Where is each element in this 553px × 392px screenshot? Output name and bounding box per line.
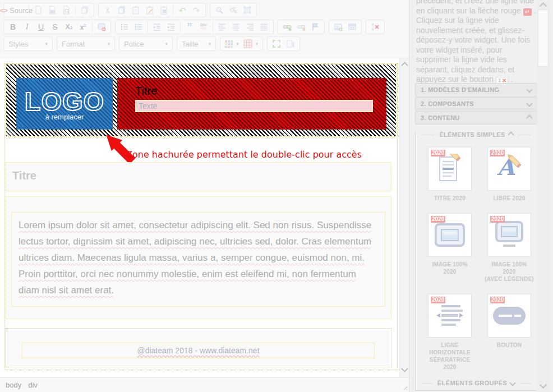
paste-icon[interactable] [129, 4, 142, 16]
editing-canvas[interactable]: LOGO à remplacer Titre Zone hachurée per… [0, 58, 409, 377]
page-scrollbar[interactable] [537, 0, 550, 392]
anchor-icon[interactable] [308, 21, 322, 33]
maximize-icon[interactable] [270, 38, 283, 50]
outdent-icon[interactable] [150, 21, 164, 33]
paste-from-word-icon[interactable] [157, 4, 170, 16]
resize-grip[interactable] [401, 384, 407, 390]
widget-bouton[interactable]: 2020 BOUTON [480, 294, 539, 371]
align-right-icon[interactable] [243, 21, 257, 33]
scrollbar-thumb[interactable] [538, 10, 549, 67]
elements-groupes-toggle[interactable]: ÉLÉMENTS GROUPÉS [421, 380, 531, 386]
paste-plain-text-icon[interactable] [143, 4, 156, 16]
toolbar-row-2: B I U S X2 x2 ” DIV</> [3, 20, 405, 34]
badge-2020: 2020 [490, 216, 505, 223]
find-icon[interactable] [213, 4, 226, 16]
scroll-up-icon[interactable] [540, 2, 547, 10]
format-dropdown[interactable]: Format▾ [57, 36, 115, 51]
widget-image-100-2020[interactable]: 2020 IMAGE 100% 2020 [420, 213, 480, 283]
path-body[interactable]: body [6, 381, 21, 389]
unlink-icon[interactable] [294, 21, 308, 33]
chevron-down-icon [526, 86, 532, 93]
new-page-icon[interactable] [31, 4, 45, 16]
accordion-contenu[interactable]: 3. CONTENU [415, 111, 537, 124]
cut-icon[interactable]: ✂ [101, 4, 114, 16]
chevron-down-icon: ▾ [236, 41, 239, 47]
scroll-down-icon[interactable] [401, 365, 408, 372]
widget-libre-2020[interactable]: 2020 A LIBRE 2020 [480, 147, 539, 202]
source-button[interactable]: <> Source [6, 4, 26, 16]
bulleted-list-icon[interactable] [132, 21, 145, 33]
content-heading: Titre [6, 163, 391, 182]
table-color-icon[interactable]: ▾ [241, 38, 260, 50]
chevron-up-icon [508, 131, 514, 137]
lorem-paragraph[interactable]: Lorem ipsum dolor sit amet, consectetur … [11, 212, 385, 307]
email-template: LOGO à remplacer Titre Zone hachurée per… [4, 63, 398, 370]
align-center-icon[interactable] [229, 21, 243, 33]
chevron-down-icon: ▾ [107, 41, 110, 47]
taille-dropdown[interactable]: Taille▾ [177, 36, 216, 51]
canvas-scrollbar[interactable] [399, 58, 409, 377]
bold-icon[interactable]: B [6, 21, 20, 33]
widget-titre-2020[interactable]: 2020 TITRE 2020 [420, 147, 480, 202]
footer-content-block[interactable]: @diateam 2018 - www.diateam.net [5, 328, 391, 367]
subscript-icon[interactable]: X2 [62, 21, 76, 33]
paragraph-group: ” DIV</> [115, 20, 274, 34]
banner-title-block[interactable]: Titre [117, 78, 386, 130]
widget-ligne-separatrice-2020[interactable]: 2020 [420, 294, 480, 371]
remove-empty-line-icon[interactable] [368, 21, 382, 33]
hatched-header-widget[interactable]: LOGO à remplacer Titre [5, 63, 397, 137]
path-div[interactable]: div [28, 381, 38, 389]
italic-icon[interactable]: I [20, 21, 34, 33]
widget-image-100-legende-2020[interactable]: 2020 IMAGE 100% 2020 (AVEC LÉGENDE) [480, 213, 539, 283]
strikethrough-icon[interactable]: S [48, 21, 62, 33]
preview-icon[interactable] [59, 4, 73, 16]
link-icon[interactable] [280, 21, 294, 33]
scroll-up-icon[interactable] [401, 62, 408, 69]
badge-2020: 2020 [431, 297, 445, 303]
accordion-composants[interactable]: 2. COMPOSANTS [415, 97, 537, 110]
clipboard-group: ✂ ↶ ↷ [98, 3, 206, 17]
insert-group [329, 20, 362, 34]
print-icon[interactable] [78, 4, 91, 16]
badge-2020: 2020 [431, 216, 445, 223]
remove-format-icon[interactable] [95, 21, 108, 33]
undo-icon[interactable]: ↶ [176, 4, 189, 16]
title-content-block[interactable]: Titre [5, 162, 391, 191]
toolbar-row-3: Styles▾ Format▾ Police▾ Taille▾ ▾ ▾ [3, 36, 405, 51]
select-all-icon[interactable] [241, 4, 254, 16]
document-group: <> Source [3, 3, 94, 17]
div-container-icon[interactable]: DIV</> [197, 21, 210, 33]
styles-dropdown[interactable]: Styles▾ [3, 36, 53, 51]
blockquote-icon[interactable]: ” [183, 21, 196, 33]
templates-icon[interactable] [45, 4, 59, 16]
source-icon: <> [0, 6, 7, 15]
indent-icon[interactable] [164, 21, 178, 33]
police-dropdown[interactable]: Police▾ [119, 36, 173, 51]
accordion-modeles-emailing[interactable]: 1. MODÈLES D'EMAILING [415, 83, 537, 96]
justify-icon[interactable] [257, 21, 271, 33]
svg-text:LOGO: LOGO [25, 87, 104, 116]
image-icon[interactable] [331, 21, 345, 33]
underline-icon[interactable]: U [34, 21, 48, 33]
sidebar-help-text: précédent, et créez une ligne vide en cl… [416, 0, 537, 85]
chevron-up-icon [526, 114, 532, 121]
email-editor-app: <> Source ✂ ↶ ↷ [0, 0, 553, 392]
text-color-icon[interactable]: ▾ [223, 38, 241, 50]
banner-text-field[interactable] [135, 100, 373, 112]
scroll-down-icon[interactable] [540, 381, 547, 389]
paragraph-content-block[interactable]: Lorem ipsum dolor sit amet, consectetur … [5, 196, 391, 319]
pill-button-icon [492, 305, 527, 327]
show-blocks-icon[interactable] [284, 38, 297, 50]
elements-simples-toggle[interactable]: ÉLÉMENTS SIMPLES [421, 131, 531, 138]
widgets-sidebar: précédent, et créez une ligne vide en cl… [409, 0, 553, 392]
superscript-icon[interactable]: x2 [76, 21, 90, 33]
copy-icon[interactable] [115, 4, 128, 16]
table-icon[interactable] [345, 21, 359, 33]
replace-icon[interactable]: b [227, 4, 240, 16]
align-left-icon[interactable] [215, 21, 229, 33]
logo-placeholder[interactable]: LOGO à remplacer [16, 78, 113, 130]
numbered-list-icon[interactable] [118, 21, 131, 33]
footer-text[interactable]: @diateam 2018 - www.diateam.net [22, 343, 375, 358]
redo-icon[interactable]: ↷ [190, 4, 203, 16]
widget-grid: 2020 TITRE 2020 2020 [420, 147, 532, 371]
